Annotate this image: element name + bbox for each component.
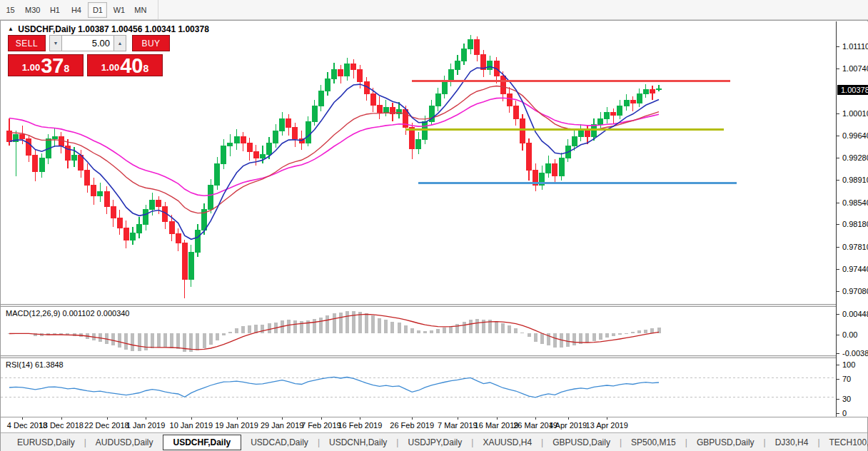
date-axis-label: 26 Feb 2019 [387, 421, 437, 430]
chart-tab-gbpusd-daily[interactable]: GBPUSD,Daily [543, 435, 620, 450]
timeframe-button-w1[interactable]: W1 [109, 2, 128, 18]
price-axis-label: 0.97440 [842, 265, 868, 273]
price-axis-label: 1.00010 [842, 109, 868, 118]
volume-input[interactable] [62, 35, 113, 51]
sell-price-panel[interactable]: 1.00 37 8 [8, 54, 84, 76]
axis-tick [837, 203, 839, 203]
date-tick [107, 417, 108, 420]
chart-title: ▲ USDCHF,Daily 1.00387 1.00456 1.00341 1… [8, 24, 209, 34]
chart-tab-eurusd-daily[interactable]: EURUSD,Daily [8, 435, 84, 450]
chart-tab-dj30-h4[interactable]: DJ30,H4 [766, 435, 818, 450]
axis-tick [837, 224, 839, 225]
chart-tab-usdcad-daily[interactable]: USDCAD,Daily [241, 435, 318, 450]
axis-tick [837, 399, 839, 400]
date-axis-label: 1 Jan 2019 [121, 421, 171, 430]
date-tick [412, 417, 413, 420]
axis-tick [837, 335, 839, 335]
axis-tick [837, 269, 839, 270]
date-tick [61, 417, 62, 420]
chart-tab-sp500-m15[interactable]: SP500,M15 [622, 435, 685, 450]
date-tick [282, 417, 283, 420]
date-axis-label: 16 Feb 2019 [335, 421, 385, 430]
axis-tick [837, 158, 839, 158]
date-axis-label: 19 Jan 2019 [212, 421, 262, 430]
axis-tick [837, 413, 839, 414]
timeframe-button-15[interactable]: 15 [1, 2, 20, 18]
buy-button[interactable]: BUY [132, 35, 170, 51]
axis-tick [837, 113, 839, 114]
axis-tick [837, 180, 839, 181]
date-axis-label: 10 Jan 2019 [166, 421, 216, 430]
date-tick [237, 417, 238, 420]
axis-tick [837, 353, 839, 354]
price-axis-label: 1.01110 [842, 42, 868, 51]
date-tick [497, 417, 498, 420]
price-axis-label: 0.99280 [842, 153, 868, 162]
timeframe-toolbar: 15M30H1H4D1W1MN [0, 0, 868, 20]
price-axis-label: 0.99640 [842, 131, 868, 140]
date-axis-label: 13 Apr 2019 [582, 421, 632, 430]
axis-tick [837, 365, 839, 365]
axis-tick [837, 69, 839, 69]
date-tick [568, 417, 569, 420]
timeframe-button-d1[interactable]: D1 [88, 2, 107, 18]
date-axis: 4 Dec 201813 Dec 201822 Dec 20181 Jan 20… [1, 417, 867, 432]
sell-button[interactable]: SELL [8, 35, 46, 51]
price-axis: 1.011101.007401.000100.996400.992800.989… [836, 21, 868, 417]
price-axis-label: 0.97810 [842, 243, 868, 251]
date-tick [360, 417, 360, 420]
macd-axis-label: -0.003883 [842, 349, 868, 358]
rsi-axis-label: 30 [842, 395, 851, 403]
chart-symbol: USDCHF,Daily [18, 24, 76, 34]
axis-tick [837, 136, 839, 136]
bid-pipette-digit: 8 [64, 55, 69, 82]
axis-tick [837, 291, 839, 292]
toolbar-separator [158, 0, 158, 19]
timeframe-button-m30[interactable]: M30 [22, 2, 43, 18]
volume-dropdown-button[interactable]: ▼ [49, 35, 62, 51]
timeframe-button-h4[interactable]: H4 [66, 2, 86, 18]
price-axis-label: 1.00740 [842, 64, 868, 73]
timeframe-button-h1[interactable]: H1 [45, 2, 64, 18]
date-tick [191, 417, 192, 420]
price-axis-label: 0.98910 [842, 176, 868, 184]
rsi-pane-svg[interactable] [1, 358, 836, 417]
price-axis-label: 0.98180 [842, 220, 868, 228]
price-axis-label: 0.98540 [842, 198, 868, 207]
axis-tick [837, 379, 839, 380]
macd-axis-label: 0.004487 [842, 310, 868, 318]
date-tick [535, 417, 536, 420]
rsi-line [9, 377, 659, 397]
timeframe-button-mn[interactable]: MN [131, 2, 150, 18]
ask-pipette-digit: 8 [143, 55, 148, 82]
bid-big-digits: 37 [41, 56, 64, 75]
date-tick [22, 417, 23, 420]
chart-tab-usdchf-daily[interactable]: USDCHF,Daily [163, 435, 242, 450]
chevron-up-icon: ▲ [118, 41, 123, 46]
chart-tab-usdcnh-daily[interactable]: USDCNH,Daily [320, 435, 396, 450]
price-axis-label: 0.97080 [842, 287, 868, 295]
chart-tab-bar: EURUSD,Daily|AUDUSD,DailyUSDCHF,DailyUSD… [1, 432, 867, 451]
chart-ohlc-values: 1.00387 1.00456 1.00341 1.00378 [78, 24, 209, 34]
chevron-down-icon: ▼ [54, 41, 59, 46]
ask-prefix: 1.00 [101, 61, 119, 75]
rsi-axis-label: 0 [842, 409, 847, 417]
chart-tab-gbpusd-daily[interactable]: GBPUSD,Daily [687, 435, 764, 450]
chart-tab-tech100-h1[interactable]: TECH100,H1 [820, 435, 868, 450]
chart-tab-xauusd-h4[interactable]: XAUUSD,H4 [473, 435, 541, 450]
date-axis-label: 13 Dec 2018 [36, 421, 86, 430]
volume-increase-button[interactable]: ▲ [113, 35, 126, 51]
macd-axis-label: 0.00 [842, 330, 857, 339]
bid-prefix: 1.00 [22, 61, 40, 75]
rsi-axis-label: 100 [842, 360, 855, 369]
rsi-axis-label: 70 [842, 375, 851, 383]
chart-tab-audusd-daily[interactable]: AUDUSD,Daily [86, 435, 163, 450]
macd-label: MACD(12,26,9) 0.001102 0.000340 [6, 309, 129, 318]
buy-price-panel[interactable]: 1.00 40 8 [87, 54, 163, 76]
chart-tab-usdjpy-daily[interactable]: USDJPY,Daily [398, 435, 471, 450]
one-click-trading-widget: SELL ▼ ▲ BUY 1.00 37 8 1.00 40 8 [8, 35, 170, 76]
date-tick [458, 417, 458, 420]
date-tick [321, 417, 322, 420]
axis-tick [837, 46, 839, 47]
collapse-one-click-icon[interactable]: ▲ [8, 26, 14, 32]
